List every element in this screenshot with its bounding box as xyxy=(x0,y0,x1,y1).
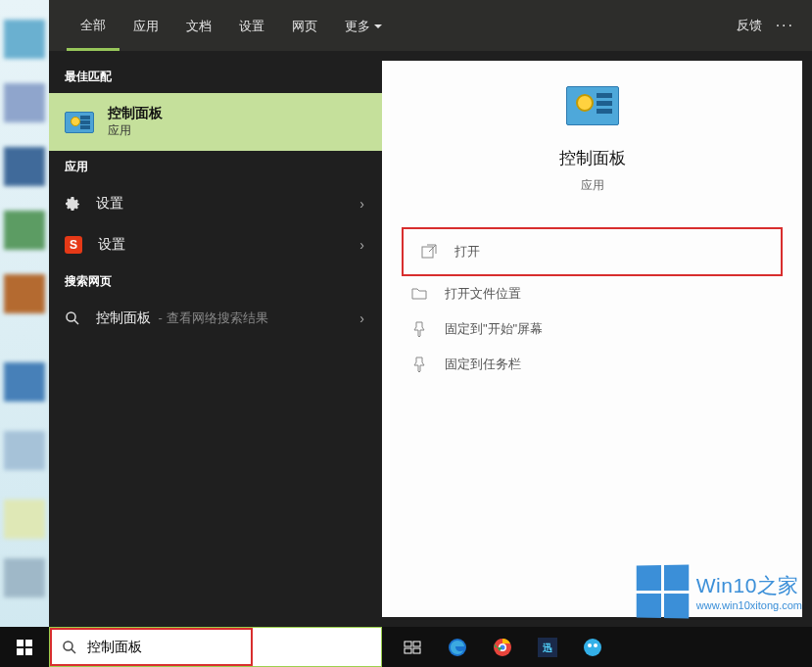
chevron-right-icon: › xyxy=(359,196,364,212)
options-menu-icon[interactable]: ··· xyxy=(776,17,794,34)
svg-point-16 xyxy=(588,643,592,647)
svg-point-15 xyxy=(584,639,601,656)
section-best-match: 最佳匹配 xyxy=(49,61,382,93)
action-label: 固定到"开始"屏幕 xyxy=(445,320,543,338)
svg-line-4 xyxy=(72,649,75,653)
gear-icon xyxy=(65,196,80,212)
search-tabs: 全部 应用 文档 设置 网页 更多 反馈 ··· xyxy=(49,0,812,51)
chevron-right-icon: › xyxy=(359,310,364,326)
chevron-right-icon: › xyxy=(359,237,364,253)
svg-point-0 xyxy=(67,312,75,321)
svg-rect-5 xyxy=(405,642,411,646)
task-view-button[interactable] xyxy=(390,627,435,667)
desktop-strip xyxy=(0,0,49,667)
best-match-subtitle: 应用 xyxy=(108,122,163,139)
tab-all[interactable]: 全部 xyxy=(67,1,119,51)
svg-rect-7 xyxy=(405,648,411,653)
control-panel-icon xyxy=(65,112,94,133)
chrome-browser-icon[interactable] xyxy=(480,627,525,667)
tab-more[interactable]: 更多 xyxy=(331,2,396,49)
tab-settings[interactable]: 设置 xyxy=(225,2,278,49)
details-subtitle: 应用 xyxy=(402,177,783,194)
taskbar: 迅 xyxy=(0,627,812,667)
svg-rect-2 xyxy=(422,247,433,258)
open-icon xyxy=(421,244,437,260)
app-item-label: 设置 xyxy=(96,195,123,213)
app-item-sogou[interactable]: S 设置 › xyxy=(49,224,382,265)
details-pane: 控制面板 应用 打开 打开文件位置 xyxy=(382,61,802,617)
search-icon xyxy=(65,310,80,326)
pin-taskbar-icon xyxy=(411,357,427,372)
watermark-title: Win10之家 xyxy=(696,572,802,599)
svg-point-3 xyxy=(64,642,72,650)
folder-icon xyxy=(411,286,427,302)
web-item-label: 控制面板 xyxy=(96,310,151,325)
control-panel-large-icon xyxy=(566,86,619,125)
taskbar-search[interactable] xyxy=(49,627,382,667)
web-item-hint: - 查看网络搜索结果 xyxy=(155,310,268,325)
search-input[interactable] xyxy=(87,640,369,655)
svg-point-17 xyxy=(594,643,597,647)
action-pin-taskbar[interactable]: 固定到任务栏 xyxy=(402,347,783,382)
best-match-title: 控制面板 xyxy=(108,105,163,122)
app-icon-1[interactable]: 迅 xyxy=(525,627,570,667)
svg-text:迅: 迅 xyxy=(542,643,553,653)
action-label: 打开文件位置 xyxy=(445,285,521,303)
results-list: 最佳匹配 控制面板 应用 应用 设置 › S 设置 › xyxy=(49,51,382,627)
web-search-item[interactable]: 控制面板 - 查看网络搜索结果 › xyxy=(49,298,382,339)
feedback-link[interactable]: 反馈 xyxy=(737,17,762,34)
action-label: 打开 xyxy=(454,243,480,261)
tab-web[interactable]: 网页 xyxy=(278,2,331,49)
section-search-web: 搜索网页 xyxy=(49,265,382,298)
app-icon-2[interactable] xyxy=(570,627,615,667)
tab-apps[interactable]: 应用 xyxy=(119,2,172,49)
watermark-url: www.win10xitong.com xyxy=(696,599,802,611)
watermark: Win10之家 www.win10xitong.com xyxy=(636,565,802,618)
start-button[interactable] xyxy=(0,627,49,667)
action-pin-start[interactable]: 固定到"开始"屏幕 xyxy=(402,311,783,347)
section-apps: 应用 xyxy=(49,151,382,183)
best-match-item[interactable]: 控制面板 应用 xyxy=(49,93,382,151)
search-icon xyxy=(62,640,77,655)
sogou-icon: S xyxy=(65,236,82,254)
windows-start-icon xyxy=(17,640,32,655)
action-open[interactable]: 打开 xyxy=(402,227,783,276)
app-item-settings[interactable]: 设置 › xyxy=(49,183,382,224)
svg-rect-6 xyxy=(413,642,420,646)
tab-docs[interactable]: 文档 xyxy=(172,2,225,49)
action-label: 固定到任务栏 xyxy=(445,356,521,373)
svg-rect-8 xyxy=(413,648,420,653)
pin-start-icon xyxy=(411,321,427,337)
edge-browser-icon[interactable] xyxy=(435,627,480,667)
details-title: 控制面板 xyxy=(402,147,783,169)
windows-logo-icon xyxy=(637,564,689,618)
svg-line-1 xyxy=(74,320,78,324)
app-item-label: 设置 xyxy=(98,236,125,254)
search-panel: 全部 应用 文档 设置 网页 更多 反馈 ··· 最佳匹配 控制面板 应用 应用 xyxy=(49,0,812,627)
action-open-location[interactable]: 打开文件位置 xyxy=(402,276,783,311)
